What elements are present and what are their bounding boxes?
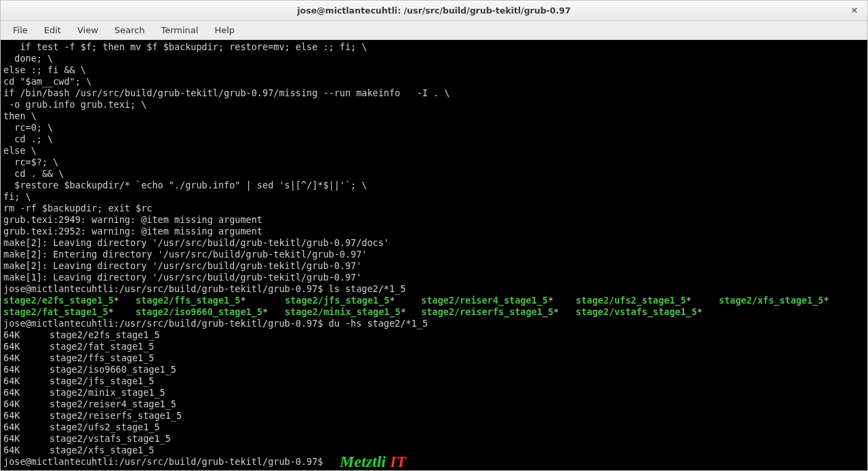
du-file: stage2/jfs_stage1_5: [50, 375, 154, 386]
du-size: 64K: [3, 398, 50, 410]
ls-file: stage2/reiser4_stage1_5: [421, 295, 548, 306]
ls-file: stage2/iso9660_stage1_5: [136, 306, 262, 317]
ls-output-row: stage2/fat_stage1_5*stage2/iso9660_stage…: [3, 306, 865, 318]
du-file: stage2/vstafs_stage1_5: [50, 433, 171, 444]
du-file: stage2/reiser4_stage1_5: [50, 398, 176, 409]
menu-file[interactable]: File: [5, 22, 36, 38]
watermark-logo: Metztli IT: [340, 456, 406, 468]
du-size: 64K: [3, 341, 50, 352]
menu-help[interactable]: Help: [206, 22, 243, 38]
ls-file: stage2/e2fs_stage1_5: [3, 295, 114, 306]
menu-search[interactable]: Search: [106, 22, 153, 38]
terminal-area[interactable]: if test -f $f; then mv $f $backupdir; re…: [1, 40, 867, 470]
du-size: 64K: [3, 364, 50, 375]
du-size: 64K: [3, 433, 50, 445]
ls-file: stage2/xfs_stage1_5: [719, 295, 823, 306]
prompt: jose@mictlantecuhtli:/usr/src/build/grub…: [3, 318, 329, 329]
du-file: stage2/ffs_stage1_5: [50, 352, 154, 363]
ls-file: stage2/fat_stage1_5: [3, 306, 108, 317]
ls-file: stage2/reiserfs_stage1_5: [421, 306, 553, 317]
close-icon[interactable]: ×: [848, 4, 861, 16]
ls-file: stage2/jfs_stage1_5: [285, 295, 389, 306]
prompt: jose@mictlantecuhtli:/usr/src/build/grub…: [3, 456, 329, 467]
du-file: stage2/iso9660_stage1_5: [50, 364, 176, 375]
du-file: stage2/fat_stage1_5: [50, 341, 154, 352]
du-size: 64K: [3, 329, 50, 341]
du-file: stage2/e2fs_stage1_5: [50, 329, 160, 340]
ls-file: stage2/vstafs_stage1_5: [576, 306, 697, 317]
menu-terminal[interactable]: Terminal: [153, 22, 206, 38]
window-title: jose@mictlantecuhtli: /usr/src/build/gru…: [297, 5, 570, 16]
prompt: jose@mictlantecuhtli:/usr/src/build/grub…: [3, 283, 329, 294]
menu-view[interactable]: View: [69, 22, 106, 38]
du-size: 64K: [3, 352, 50, 364]
command-du: du -hs stage2/*1_5: [329, 318, 428, 329]
build-output: if test -f $f; then mv $f $backupdir; re…: [3, 41, 450, 283]
du-file: stage2/minix_stage1_5: [50, 387, 165, 398]
ls-file: stage2/minix_stage1_5: [285, 306, 401, 317]
menubar: File Edit View Search Terminal Help: [1, 21, 867, 40]
ls-output-row: stage2/e2fs_stage1_5*stage2/ffs_stage1_5…: [3, 295, 865, 306]
du-size: 64K: [3, 375, 50, 387]
du-size: 64K: [3, 422, 50, 433]
titlebar[interactable]: jose@mictlantecuhtli: /usr/src/build/gru…: [1, 1, 867, 21]
du-size: 64K: [3, 387, 50, 398]
du-file: stage2/xfs_stage1_5: [50, 445, 154, 455]
du-size: 64K: [3, 445, 50, 456]
du-file: stage2/reiserfs_stage1_5: [50, 410, 182, 421]
menu-edit[interactable]: Edit: [36, 22, 69, 38]
du-output: 64Kstage2/e2fs_stage1_564Kstage2/fat_sta…: [3, 329, 865, 456]
du-size: 64K: [3, 410, 50, 422]
du-file: stage2/ufs2_stage1_5: [50, 422, 160, 432]
terminal-window: jose@mictlantecuhtli: /usr/src/build/gru…: [0, 0, 868, 471]
ls-file: stage2/ffs_stage1_5: [136, 295, 240, 306]
command-ls: ls stage2/*1_5: [329, 283, 406, 294]
ls-file: stage2/ufs2_stage1_5: [576, 295, 686, 306]
